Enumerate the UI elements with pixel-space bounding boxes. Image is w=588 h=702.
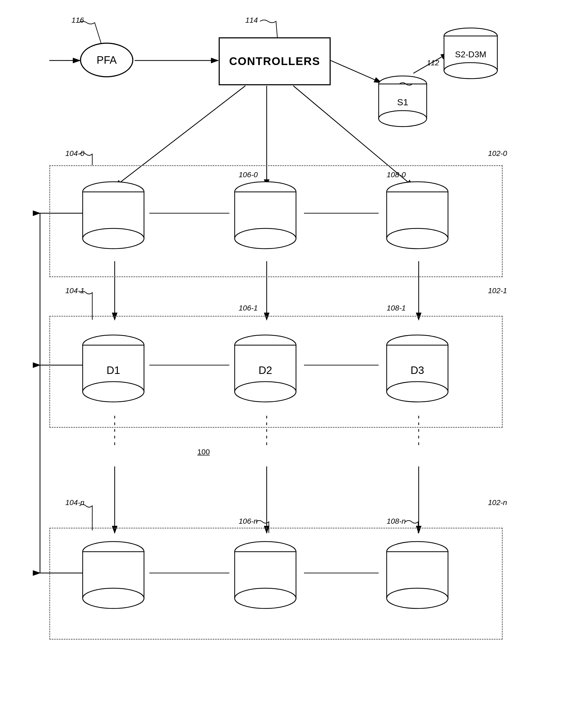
ref-114: 114 [245,16,258,24]
ref-102-1: 102-1 [488,286,507,295]
svg-text:D1: D1 [106,364,120,376]
ref-112: 112 [427,58,439,67]
row1-db1: D1 [80,335,147,406]
svg-point-39 [83,228,144,249]
diagram-container: 116 114 112 110 104-0 106-0 108-0 102-0 … [0,0,588,702]
ref-104-1: 104-1 [65,286,85,295]
svg-point-42 [235,228,296,249]
ref-108-n: 108-n [387,517,406,525]
ref-102-0: 102-0 [488,149,507,158]
ref-100: 100 [197,448,210,456]
svg-point-66 [387,588,448,608]
ref-104-0: 104-0 [65,149,85,158]
svg-point-45 [387,228,448,249]
svg-point-48 [83,382,144,402]
ref-102-n: 102-n [488,498,507,507]
s2d3m-cylinder: S2-D3M [440,27,501,80]
row0-db1 [80,181,147,253]
ref-108-1: 108-1 [387,304,406,312]
svg-text:S2-D3M: S2-D3M [455,49,486,59]
ref-116: 116 [72,16,84,24]
ref-104-n: 104-n [65,498,85,507]
pfa-label: PFA [97,54,117,66]
svg-text:D2: D2 [259,364,272,376]
row1-db3: D3 [384,335,451,406]
svg-point-35 [444,63,497,79]
svg-text:S1: S1 [397,97,408,107]
pfa-node: PFA [80,43,133,77]
svg-point-63 [235,588,296,608]
svg-line-4 [331,61,381,83]
rown-db1 [80,541,147,613]
rown-db2 [232,541,299,613]
row0-db2 [232,181,299,253]
rown-db3 [384,541,451,613]
ref-106-1: 106-1 [239,304,258,312]
controllers-node: CONTROLLERS [219,37,331,85]
ref-106-n: 106-n [239,517,258,525]
s1-cylinder: S1 [376,75,429,128]
controllers-label: CONTROLLERS [229,55,320,68]
row0-db3 [384,181,451,253]
svg-point-52 [235,382,296,402]
svg-point-60 [83,588,144,608]
svg-text:D3: D3 [410,364,424,376]
svg-point-31 [379,111,427,127]
svg-point-56 [387,382,448,402]
row1-db2: D2 [232,335,299,406]
